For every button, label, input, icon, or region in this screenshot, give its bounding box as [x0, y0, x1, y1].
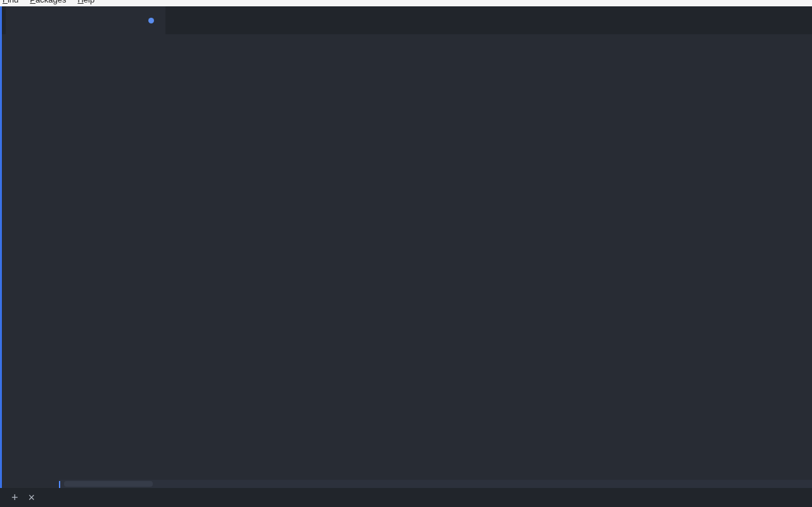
menu-bar: Find Packages Help [0, 0, 812, 6]
menu-packages[interactable]: Packages [30, 0, 66, 4]
git-add-icon[interactable]: + [11, 492, 18, 503]
code-line[interactable] [59, 274, 812, 300]
git-discard-icon[interactable]: × [29, 492, 35, 503]
line-number-gutter [6, 34, 59, 488]
code-line[interactable] [59, 172, 812, 198]
status-bar: + × [0, 488, 812, 507]
tab-zotero-bib[interactable] [165, 6, 318, 34]
dirty-indicator [148, 18, 154, 23]
code-line[interactable] [59, 69, 812, 95]
code-line[interactable] [59, 326, 812, 352]
tab-main-tex[interactable] [13, 6, 165, 34]
code-area[interactable] [59, 34, 812, 488]
code-line[interactable] [59, 428, 812, 454]
editor[interactable] [0, 34, 812, 488]
code-line[interactable] [59, 377, 812, 403]
text-cursor [59, 481, 60, 489]
horizontal-scrollbar[interactable] [64, 481, 153, 487]
tab-bar [0, 6, 812, 34]
code-line[interactable] [59, 223, 812, 249]
menu-help[interactable]: Help [77, 0, 94, 4]
code-line-current[interactable] [59, 480, 812, 489]
menu-find[interactable]: Find [3, 0, 18, 4]
git-diff-strip [2, 34, 6, 488]
code-line[interactable] [59, 120, 812, 146]
